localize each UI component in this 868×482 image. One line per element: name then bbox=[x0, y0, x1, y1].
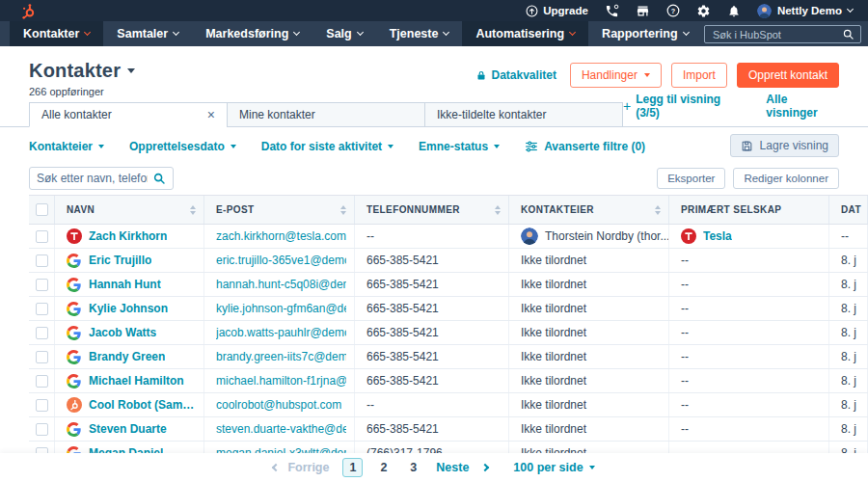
page-size-dropdown[interactable]: 100 per side bbox=[513, 461, 594, 474]
row-checkbox[interactable] bbox=[36, 423, 48, 436]
google-avatar-icon bbox=[67, 349, 82, 364]
sort-icon[interactable] bbox=[190, 205, 196, 215]
table-row: Zach Kirkhornzach.kirkhorn@tesla.com--Th… bbox=[29, 225, 868, 249]
contact-name-link[interactable]: Eric Trujillo bbox=[89, 254, 151, 267]
row-checkbox[interactable] bbox=[36, 351, 48, 363]
owner-cell: Thorstein Nordby (thor... bbox=[509, 225, 669, 248]
row-checkbox[interactable] bbox=[36, 399, 48, 412]
chevron-right-icon[interactable] bbox=[482, 465, 488, 470]
contact-name-link[interactable]: Brandy Green bbox=[89, 350, 165, 363]
actions-button[interactable]: Handlinger bbox=[570, 63, 662, 88]
data-quality-link[interactable]: Datakvalitet bbox=[475, 68, 556, 82]
advanced-filters-button[interactable]: Avanserte filtre (0) bbox=[525, 140, 645, 153]
contact-name-link[interactable]: Jacob Watts bbox=[89, 326, 156, 339]
hubspot-logo-icon[interactable] bbox=[20, 3, 37, 19]
nav-item-tjeneste[interactable]: Tjeneste bbox=[376, 21, 463, 46]
filter-label: Kontakteier bbox=[29, 140, 93, 153]
create-contact-button[interactable]: Opprett kontakt bbox=[737, 63, 839, 88]
nav-item-rapportering[interactable]: Rapportering bbox=[588, 21, 701, 46]
column-header-kontakteier[interactable]: KONTAKTEIER bbox=[509, 196, 669, 224]
contact-email-link[interactable]: kylie.johnson-gfm6an@de... bbox=[216, 302, 346, 315]
marketplace-icon[interactable] bbox=[636, 4, 650, 18]
column-header-telefonnummer[interactable]: TELEFONNUMMER bbox=[355, 196, 509, 224]
sort-icon[interactable] bbox=[655, 205, 661, 215]
contact-name-link[interactable]: Michael Hamilton bbox=[89, 374, 184, 388]
owner-cell: Ikke tilordnet bbox=[509, 297, 669, 320]
contact-name-link[interactable]: Cool Robot (Sample C... bbox=[89, 398, 196, 412]
page-button-1[interactable]: 1 bbox=[342, 458, 363, 477]
global-search-input[interactable] bbox=[707, 29, 842, 40]
contact-email-link[interactable]: steven.duarte-vakthe@de... bbox=[216, 422, 346, 436]
contact-name-link[interactable]: Steven Duarte bbox=[89, 422, 167, 436]
sort-icon[interactable] bbox=[495, 205, 501, 215]
page-button-2[interactable]: 2 bbox=[374, 459, 393, 476]
tab-mine-kontakter[interactable]: Mine kontakter bbox=[227, 102, 425, 127]
nav-item-automatisering[interactable]: Automatisering bbox=[462, 21, 588, 46]
contact-email-link[interactable]: coolrobot@hubspot.com bbox=[216, 398, 341, 412]
google-avatar-icon bbox=[67, 253, 82, 268]
date-cell: 8. j bbox=[829, 321, 868, 344]
filter-dropdown-opprettelsesdato[interactable]: Opprettelsesdato bbox=[129, 140, 236, 153]
column-header-dat[interactable]: DAT bbox=[829, 196, 868, 224]
row-checkbox-cell bbox=[29, 273, 55, 296]
page-button-3[interactable]: 3 bbox=[404, 459, 422, 476]
sliders-icon bbox=[525, 140, 538, 153]
contact-email-link[interactable]: hannah.hunt-c5q08i@dem... bbox=[216, 278, 346, 291]
nav-item-kontakter[interactable]: Kontakter bbox=[10, 21, 103, 46]
tab-ikke-tildelte-kontakter[interactable]: Ikke-tildelte kontakter bbox=[424, 102, 623, 127]
contact-email-link[interactable]: zach.kirkhorn@tesla.com bbox=[216, 229, 346, 243]
settings-icon[interactable] bbox=[696, 4, 711, 18]
page-title-dropdown[interactable]: Kontakter bbox=[29, 60, 135, 82]
contact-email-link[interactable]: jacob.watts-pauhlr@demos... bbox=[216, 326, 346, 339]
export-button[interactable]: Eksporter bbox=[657, 168, 725, 189]
row-checkbox[interactable] bbox=[36, 279, 48, 291]
filter-dropdown-dato-for-siste-aktivitet[interactable]: Dato for siste aktivitet bbox=[261, 140, 393, 153]
filter-dropdown-kontakteier[interactable]: Kontakteier bbox=[29, 140, 104, 153]
contact-email-link[interactable]: eric.trujillo-365ve1@demos... bbox=[216, 254, 346, 267]
tab-label: Ikke-tildelte kontakter bbox=[437, 108, 546, 121]
chevron-down-icon bbox=[443, 29, 449, 36]
actions-label: Handlinger bbox=[582, 68, 637, 82]
contact-name-link[interactable]: Kylie Johnson bbox=[89, 302, 168, 315]
nav-item-samtaler[interactable]: Samtaler bbox=[103, 21, 192, 46]
nav-item-salg[interactable]: Salg bbox=[312, 21, 375, 46]
sort-up-icon bbox=[655, 205, 661, 209]
sort-up-icon bbox=[495, 205, 501, 209]
company-link[interactable]: Tesla bbox=[703, 229, 732, 243]
table-search-input[interactable] bbox=[32, 172, 152, 185]
row-checkbox[interactable] bbox=[36, 230, 48, 243]
select-all-checkbox[interactable] bbox=[36, 203, 48, 216]
contact-name-link[interactable]: Hannah Hunt bbox=[89, 278, 161, 291]
column-header-navn[interactable]: NAVN bbox=[55, 196, 204, 224]
next-page-button[interactable]: Neste bbox=[436, 461, 469, 474]
owner-value: Ikke tilordnet bbox=[521, 398, 586, 412]
close-icon[interactable]: × bbox=[205, 108, 217, 121]
row-checkbox[interactable] bbox=[36, 254, 48, 267]
column-header-e-post[interactable]: E-POST bbox=[204, 196, 355, 224]
account-menu[interactable]: Nettly Demo bbox=[757, 4, 853, 18]
notifications-icon[interactable] bbox=[727, 4, 741, 18]
previous-page-label: Forrige bbox=[287, 461, 329, 474]
row-checkbox[interactable] bbox=[36, 327, 48, 339]
column-header-primært-selskap[interactable]: PRIMÆRT SELSKAP bbox=[669, 196, 829, 224]
upgrade-button[interactable]: Upgrade bbox=[526, 5, 588, 17]
help-icon[interactable]: ? bbox=[666, 4, 680, 17]
previous-page-button[interactable]: Forrige bbox=[273, 461, 329, 474]
tab-alle-kontakter[interactable]: Alle kontakter× bbox=[29, 102, 228, 127]
row-checkbox[interactable] bbox=[36, 375, 48, 388]
filter-dropdown-emne-status[interactable]: Emne-status bbox=[419, 140, 500, 153]
page-numbers: 123 bbox=[342, 458, 422, 477]
calling-icon[interactable] bbox=[605, 4, 619, 18]
date-value: 8. j bbox=[841, 326, 856, 339]
sort-icon[interactable] bbox=[340, 205, 346, 215]
nav-item-markedsføring[interactable]: Markedsføring bbox=[192, 21, 312, 46]
contact-name-link[interactable]: Zach Kirkhorn bbox=[89, 229, 167, 243]
edit-columns-button[interactable]: Rediger kolonner bbox=[733, 168, 839, 189]
search-icon[interactable] bbox=[152, 172, 166, 185]
contact-email-link[interactable]: brandy.green-iits7c@demo... bbox=[216, 350, 346, 363]
import-button[interactable]: Import bbox=[671, 63, 727, 88]
save-view-button[interactable]: Lagre visning bbox=[730, 134, 839, 157]
contact-email-link[interactable]: michael.hamilton-f1rjna@d... bbox=[216, 374, 346, 388]
table-row: Brandy Greenbrandy.green-iits7c@demo...6… bbox=[29, 345, 868, 369]
row-checkbox[interactable] bbox=[36, 303, 48, 315]
